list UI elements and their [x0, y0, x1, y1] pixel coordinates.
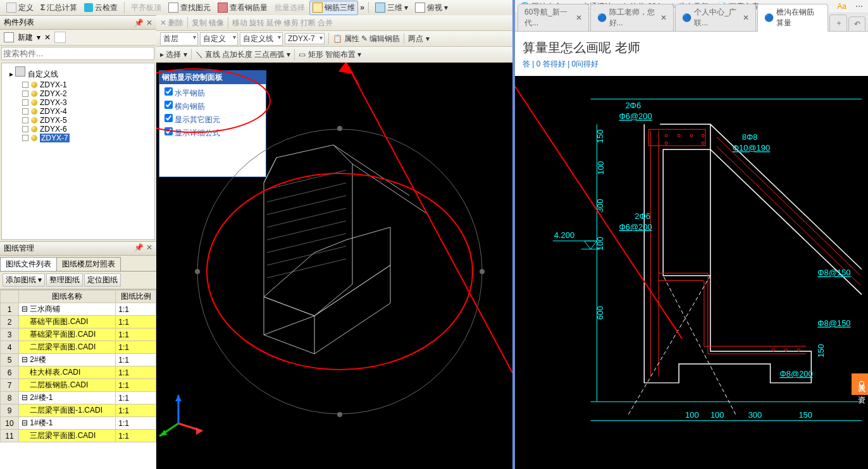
close-icon[interactable]: ✕ — [146, 18, 152, 27]
pin-icon[interactable]: 📌 — [134, 18, 144, 27]
add-drawing-btn[interactable]: 添加图纸 ▾ — [3, 273, 45, 287]
tree-item[interactable]: ZDYX-1 — [4, 80, 152, 89]
smart-btn[interactable]: 智能布置 ▾ — [325, 49, 361, 60]
tree-item[interactable]: ZDYX-5 — [4, 116, 152, 125]
restore-tab-btn[interactable]: ↶ — [848, 16, 865, 32]
arc3-btn[interactable]: 三点画弧 ▾ — [254, 49, 290, 60]
svg-point-1 — [337, 126, 342, 131]
table-row[interactable]: 4 二层梁平面图.CADI1:1 — [1, 341, 156, 354]
prop-btn[interactable]: 📋 属性 — [333, 34, 359, 44]
browser-tab[interactable]: 🔵 陈工老师，您好... ✕ — [590, 4, 674, 32]
svg-text:Φ8@200: Φ8@200 — [780, 369, 813, 378]
browser-tab-active[interactable]: 🔵 檐沟在钢筋算量 — [757, 4, 828, 32]
select-btn[interactable]: ▸ 选择 ▾ — [160, 49, 187, 60]
svg-line-21 — [267, 259, 346, 278]
svg-marker-28 — [175, 395, 182, 401]
edit-rebar-btn[interactable]: ✎ 编辑钢筋 — [361, 34, 400, 44]
svg-text:Φ8@150: Φ8@150 — [817, 318, 850, 328]
svg-text:Φ6@200: Φ6@200 — [619, 222, 652, 232]
pin2-icon[interactable]: 📌 — [134, 243, 144, 254]
left-column: 构件列表 📌✕ 新建 ▾ ✕ ▸ 自定义线 ZDYX-1 ZDYX-2 ZDYX… — [0, 15, 157, 469]
merge-btn: 合并 — [318, 18, 333, 28]
new-button[interactable]: 新建 — [18, 32, 33, 43]
category-combo[interactable]: 自定义 — [200, 32, 238, 46]
svg-point-4 — [480, 269, 485, 274]
move-btn: 移动 — [232, 18, 247, 28]
sort-drawing-btn[interactable]: 整理图纸 — [46, 273, 83, 287]
tab-file-list[interactable]: 图纸文件列表 — [0, 257, 57, 271]
inst-combo[interactable]: ZDYX-7 — [285, 33, 325, 44]
ext-icon[interactable]: ⋯ — [855, 2, 863, 11]
point-len-btn[interactable]: 点加长度 — [222, 49, 252, 60]
tab-floor-map[interactable]: 图纸楼层对照表 — [56, 257, 121, 271]
floor-combo[interactable]: 首层 — [160, 32, 198, 46]
tree-item[interactable]: ZDYX-7 — [4, 134, 152, 142]
svg-line-24 — [346, 63, 512, 373]
edit-toolbar: ✕ 删除 复制 镜像 移动 旋转 延伸 修剪 打断 合并 — [156, 15, 512, 31]
new-icon — [4, 32, 14, 42]
component-tree[interactable]: ▸ 自定义线 ZDYX-1 ZDYX-2 ZDYX-3 ZDYX-4 ZDYX-… — [1, 63, 155, 240]
table-row[interactable]: 10⊟ 1#楼-11:1 — [1, 417, 156, 430]
find-elem-btn[interactable]: 查找图元 — [166, 1, 213, 15]
3d-btn[interactable]: 三维 ▾ — [373, 1, 411, 15]
close2-icon[interactable]: ✕ — [146, 243, 152, 254]
two-point-btn[interactable]: 两点 ▾ — [408, 34, 429, 44]
rebar-3d-btn[interactable]: 钢筋三维 — [309, 1, 358, 15]
component-panel-toolbar: 新建 ▾ ✕ — [0, 30, 156, 46]
cloud-check-btn[interactable]: 云检查 — [82, 1, 120, 15]
tree-item[interactable]: ZDYX-6 — [4, 125, 152, 134]
type-combo[interactable]: 自定义线 — [240, 32, 283, 46]
answer-stats: 答 | 0 答得好 | 0问得好 — [515, 59, 868, 73]
ext-icon[interactable]: Aa — [837, 2, 846, 11]
table-row[interactable]: 11 三层梁平面图.CADI1:1 — [1, 430, 156, 442]
model-viewport[interactable]: 钢筋显示控制面板 水平钢筋横向钢筋显示其它图元显示详细公式 — [156, 63, 512, 469]
delete-btn: ✕ 删除 — [160, 18, 183, 28]
svg-text:100: 100 — [685, 410, 699, 420]
table-row[interactable]: 9 二层梁平面图-1.CADI1:1 — [1, 404, 156, 417]
table-row[interactable]: 2 基础平面图.CADI1:1 — [1, 316, 156, 328]
table-row[interactable]: 5⊟ 2#楼1:1 — [1, 354, 156, 366]
browser-tab[interactable]: 60导航_新一代... ✕ — [518, 4, 589, 32]
drawing-table-wrap[interactable]: 图纸名称图纸比例 1⊟ 三水商铺1:12 基础平面图.CADI1:13 基础梁平… — [0, 289, 156, 469]
line-btn[interactable]: ＼ 直线 — [195, 49, 220, 60]
svg-marker-6 — [264, 227, 390, 316]
new-tab-btn[interactable]: ＋ — [829, 15, 847, 32]
tree-item[interactable]: ZDYX-2 — [4, 89, 152, 98]
middle-column: ✕ 删除 复制 镜像 移动 旋转 延伸 修剪 打断 合并 首层 自定义 自定义线… — [156, 15, 512, 469]
table-row[interactable]: 6 柱大样表.CADI1:1 — [1, 366, 156, 379]
tree-item[interactable]: ZDYX-4 — [4, 107, 152, 116]
tree-item[interactable]: ZDYX-3 — [4, 98, 152, 107]
svg-text:2Φ6: 2Φ6 — [625, 101, 641, 110]
define-btn[interactable]: 定义 — [4, 1, 36, 15]
sum-btn[interactable]: Σ汇总计算 — [38, 1, 80, 15]
svg-marker-26 — [338, 63, 354, 74]
top-view-btn[interactable]: 俯视 ▾ — [412, 1, 450, 15]
svg-text:Φ10@190: Φ10@190 — [733, 143, 770, 153]
search-input[interactable] — [1, 47, 154, 60]
svg-line-43 — [717, 137, 860, 275]
browser-tab[interactable]: 🔵 个人中心_广联... ✕ — [675, 4, 756, 32]
tree-root[interactable]: ▸ 自定义线 — [4, 66, 152, 80]
svg-marker-32 — [196, 427, 202, 435]
svg-rect-40 — [648, 129, 705, 146]
browser-pane: 🌐 网址大全 🚗 交通违法 ❖ 软件-234 ☀ 佛山天气 📄 百度文库 ▦ ▶… — [512, 0, 868, 469]
table-row[interactable]: 1⊟ 三水商铺1:1 — [1, 303, 156, 316]
rotate-btn: 旋转 — [249, 18, 264, 28]
svg-marker-5 — [264, 145, 352, 316]
side-float-btn[interactable]: 关我Q资 — [852, 373, 868, 395]
context-toolbar: 首层 自定义 自定义线 ZDYX-7 📋 属性 ✎ 编辑钢筋 两点 ▾ — [156, 31, 512, 47]
extend-btn: 延伸 — [266, 18, 282, 28]
cad-drawing[interactable]: 2Φ6 Φ6@200 8Φ8 Φ10@190 2Φ6 Φ6@200 4.200 … — [515, 76, 868, 469]
table-row[interactable]: 8⊟ 2#楼-11:1 — [1, 392, 156, 404]
copy-icon[interactable] — [54, 32, 66, 43]
svg-line-54 — [628, 275, 710, 414]
table-row[interactable]: 7 二层板钢筋.CADI1:1 — [1, 379, 156, 392]
delete-icon[interactable]: ✕ — [44, 33, 51, 42]
view-rebar-btn[interactable]: 查看钢筋量 — [215, 1, 270, 15]
drawing-panel-header: 图纸管理 📌✕ — [0, 241, 156, 256]
table-row[interactable]: 3 基础梁平面图.CADI1:1 — [1, 328, 156, 341]
svg-line-20 — [267, 246, 346, 265]
locate-drawing-btn[interactable]: 定位图纸 — [84, 273, 121, 287]
svg-text:4.200: 4.200 — [554, 230, 574, 240]
rect-btn[interactable]: ▭ 矩形 — [299, 49, 323, 60]
